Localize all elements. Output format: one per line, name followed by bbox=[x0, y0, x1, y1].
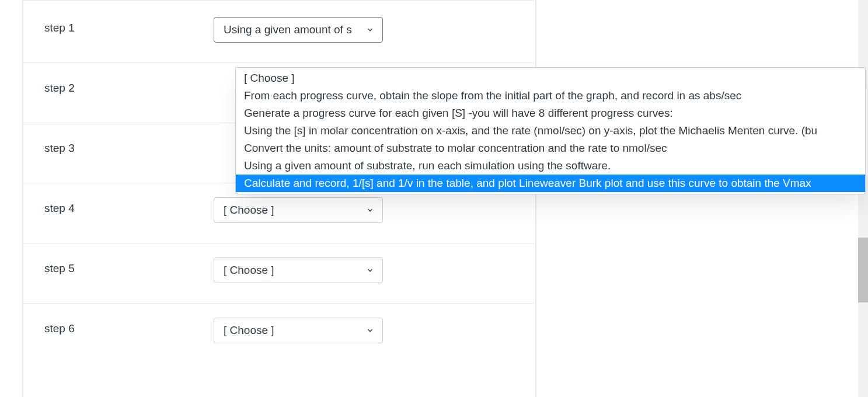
dropdown-option[interactable]: Generate a progress curve for each given… bbox=[236, 105, 865, 122]
chevron-down-icon bbox=[366, 206, 374, 214]
step-1-select[interactable]: Using a given amount of s bbox=[214, 17, 383, 43]
step-4-select[interactable]: [ Choose ] bbox=[214, 197, 383, 223]
dropdown-option[interactable]: Using the [s] in molar concentration on … bbox=[236, 122, 865, 140]
step-1-dropdown[interactable]: [ Choose ] From each progress curve, obt… bbox=[235, 67, 866, 194]
dropdown-option[interactable]: Convert the units: amount of substrate t… bbox=[236, 140, 865, 157]
step-label: step 6 bbox=[44, 318, 214, 335]
select-wrap-5: [ Choose ] bbox=[214, 257, 383, 283]
select-value: [ Choose ] bbox=[224, 264, 274, 277]
chevron-down-icon bbox=[366, 266, 374, 274]
step-5-select[interactable]: [ Choose ] bbox=[214, 257, 383, 283]
step-6-select[interactable]: [ Choose ] bbox=[214, 318, 383, 343]
right-divider bbox=[535, 0, 536, 397]
step-row-5: step 5 [ Choose ] bbox=[23, 243, 534, 303]
select-wrap-1: Using a given amount of s bbox=[214, 17, 383, 43]
select-value: [ Choose ] bbox=[224, 204, 274, 217]
step-label: step 5 bbox=[44, 257, 214, 275]
chevron-down-icon bbox=[366, 326, 374, 335]
step-label: step 2 bbox=[44, 77, 214, 95]
scrollbar-thumb[interactable] bbox=[858, 238, 868, 302]
step-label: step 3 bbox=[44, 137, 214, 155]
dropdown-option[interactable]: From each progress curve, obtain the slo… bbox=[236, 87, 865, 105]
dropdown-option[interactable]: [ Choose ] bbox=[236, 69, 865, 87]
viewport: step 1 Using a given amount of s step 2 bbox=[0, 0, 868, 397]
step-row-1: step 1 Using a given amount of s bbox=[23, 0, 534, 62]
select-wrap-4: [ Choose ] bbox=[214, 197, 383, 223]
chevron-down-icon bbox=[366, 26, 374, 34]
scrollbar-track[interactable] bbox=[858, 0, 868, 397]
select-value: [ Choose ] bbox=[224, 324, 274, 337]
step-label: step 4 bbox=[44, 197, 214, 215]
dropdown-option[interactable]: Using a given amount of substrate, run e… bbox=[236, 157, 865, 175]
select-value: Using a given amount of s bbox=[224, 23, 352, 36]
step-label: step 1 bbox=[44, 17, 214, 34]
select-wrap-6: [ Choose ] bbox=[214, 318, 383, 343]
dropdown-option-highlighted[interactable]: Calculate and record, 1/[s] and 1/v in t… bbox=[236, 175, 865, 192]
step-row-6: step 6 [ Choose ] bbox=[23, 303, 534, 363]
